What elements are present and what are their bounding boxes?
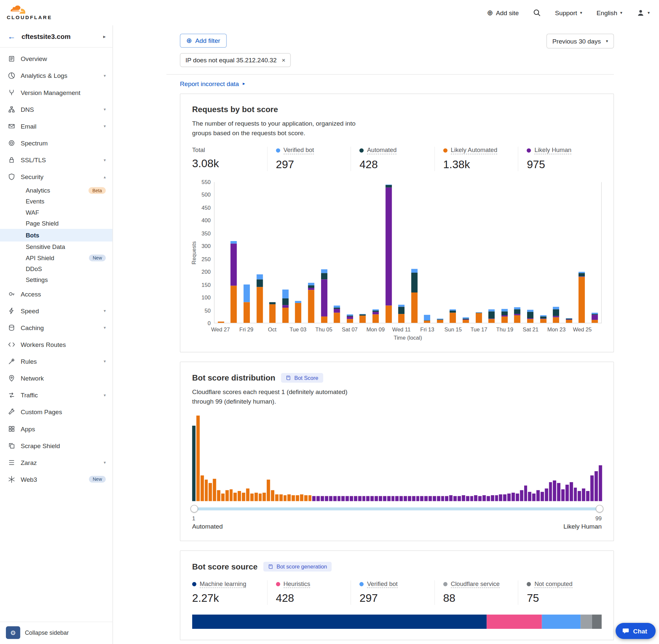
back-arrow-icon[interactable]: ← — [7, 32, 16, 41]
sidebar-item-version-management[interactable]: Version Management — [0, 84, 112, 100]
stacked-bar-mon-09[interactable] — [373, 182, 379, 323]
sidebar-item-settings[interactable]: Settings — [0, 274, 112, 285]
score-bar-71[interactable] — [483, 495, 486, 501]
stacked-bar-wed-27[interactable] — [218, 182, 224, 323]
score-bar-22[interactable] — [279, 494, 283, 501]
remove-filter-icon[interactable]: × — [282, 57, 285, 63]
score-bar-47[interactable] — [383, 496, 386, 501]
score-bar-78[interactable] — [512, 493, 515, 501]
stacked-bar-fri-29[interactable] — [244, 182, 250, 323]
score-bar-66[interactable] — [462, 495, 465, 501]
stacked-bar-tue-03[interactable] — [295, 182, 301, 323]
site-switcher-caret-icon[interactable]: ▸ — [103, 33, 106, 40]
score-bar-84[interactable] — [536, 490, 540, 501]
sidebar-item-apps[interactable]: Apps — [0, 420, 112, 437]
score-bar-82[interactable] — [528, 492, 532, 501]
search-button[interactable] — [533, 9, 541, 17]
score-bar-60[interactable] — [437, 496, 440, 501]
score-bar-87[interactable] — [549, 482, 552, 501]
stacked-bar-wed-04[interactable] — [308, 182, 314, 323]
score-bar-27[interactable] — [300, 494, 303, 501]
score-bar-21[interactable] — [275, 494, 278, 501]
score-bar-25[interactable] — [292, 495, 295, 501]
score-bar-29[interactable] — [308, 495, 311, 501]
sidebar-item-analytics-logs[interactable]: Analytics & Logs▾ — [0, 67, 112, 84]
source-segment-heuristics[interactable] — [487, 615, 542, 629]
score-bar-63[interactable] — [449, 495, 453, 501]
stacked-bar-thu-05[interactable] — [321, 182, 327, 323]
source-segment-verified-bot[interactable] — [542, 615, 581, 629]
score-bar-69[interactable] — [474, 495, 477, 501]
source-segment-not-computed[interactable] — [592, 615, 602, 629]
sidebar-item-events[interactable]: Events — [0, 196, 112, 207]
stacked-bar-tue-24[interactable] — [566, 182, 572, 323]
settings-gear-button[interactable]: ⚙ — [6, 626, 20, 639]
score-bar-8[interactable] — [221, 493, 225, 501]
score-bar-55[interactable] — [416, 496, 419, 501]
score-bar-77[interactable] — [508, 493, 511, 501]
sidebar-item-ssl-tls[interactable]: SSL/TLS▾ — [0, 151, 112, 168]
score-bar-83[interactable] — [533, 493, 536, 501]
score-bar-91[interactable] — [565, 485, 569, 501]
sidebar-item-spectrum[interactable]: Spectrum — [0, 135, 112, 151]
score-bar-72[interactable] — [487, 496, 490, 501]
sidebar-item-web3[interactable]: Web3New — [0, 471, 112, 488]
support-menu[interactable]: Support ▾ — [555, 9, 582, 16]
stacked-bar-thu-26[interactable] — [592, 182, 598, 323]
sidebar-item-api-shield[interactable]: API ShieldNew — [0, 253, 112, 263]
slider-track[interactable] — [192, 507, 602, 510]
stacked-bar-fri-20[interactable] — [514, 182, 521, 323]
score-bar-9[interactable] — [225, 490, 229, 501]
stacked-bar-sat-30[interactable] — [257, 182, 263, 323]
score-bar-96[interactable] — [586, 491, 589, 501]
score-bar-99[interactable] — [599, 465, 602, 501]
score-bar-11[interactable] — [234, 493, 237, 501]
score-bar-95[interactable] — [582, 488, 585, 501]
sidebar-item-bots[interactable]: Bots — [0, 229, 112, 242]
score-bar-24[interactable] — [287, 494, 291, 501]
score-bar-49[interactable] — [391, 496, 395, 501]
stacked-bar-wed-11[interactable] — [398, 182, 404, 323]
sidebar-item-email[interactable]: Email▾ — [0, 118, 112, 135]
score-bar-5[interactable] — [209, 483, 212, 501]
score-bar-1[interactable] — [192, 426, 195, 501]
sidebar-item-security[interactable]: Security▴ — [0, 168, 112, 185]
stacked-bar-wed-18[interactable] — [489, 182, 495, 323]
stacked-bar-sat-14[interactable] — [437, 182, 443, 323]
stacked-bar-tue-17[interactable] — [476, 182, 482, 323]
sidebar-item-ddos[interactable]: DDoS — [0, 263, 112, 274]
sidebar-item-network[interactable]: Network — [0, 370, 112, 387]
score-bar-75[interactable] — [499, 494, 502, 501]
score-bar-81[interactable] — [524, 486, 527, 501]
score-bar-28[interactable] — [304, 495, 308, 501]
score-bar-34[interactable] — [329, 496, 332, 501]
score-bar-59[interactable] — [433, 496, 436, 501]
score-bar-80[interactable] — [520, 490, 523, 501]
add-filter-button[interactable]: ⊕ Add filter — [180, 33, 227, 47]
stacked-bar-sun-15[interactable] — [450, 182, 456, 323]
score-bar-20[interactable] — [271, 490, 274, 501]
score-bar-3[interactable] — [201, 476, 204, 501]
filter-chip[interactable]: IP does not equal 35.212.240.32 × — [180, 53, 291, 67]
score-bar-67[interactable] — [466, 496, 469, 501]
score-bar-13[interactable] — [242, 493, 245, 501]
score-bar-92[interactable] — [570, 482, 573, 501]
score-bar-94[interactable] — [578, 491, 581, 501]
stacked-bar-mon-16[interactable] — [463, 182, 469, 323]
stacked-bar-sun-01[interactable] — [269, 182, 276, 323]
sidebar-item-access[interactable]: Access — [0, 285, 112, 302]
score-bar-35[interactable] — [333, 496, 336, 501]
score-bar-14[interactable] — [246, 488, 249, 501]
bot-score-docs-badge[interactable]: Bot Score — [281, 373, 323, 383]
score-bar-62[interactable] — [445, 496, 448, 501]
score-bar-97[interactable] — [590, 476, 594, 501]
stacked-bar-thu-12[interactable] — [411, 182, 417, 323]
score-bar-23[interactable] — [283, 495, 287, 501]
score-bar-44[interactable] — [371, 496, 374, 501]
score-bar-52[interactable] — [403, 496, 407, 501]
stacked-bar-sun-22[interactable] — [540, 182, 546, 323]
score-bar-18[interactable] — [263, 493, 266, 501]
score-bar-79[interactable] — [516, 493, 519, 501]
score-bar-93[interactable] — [573, 487, 577, 501]
sidebar-item-rules[interactable]: Rules▾ — [0, 353, 112, 370]
